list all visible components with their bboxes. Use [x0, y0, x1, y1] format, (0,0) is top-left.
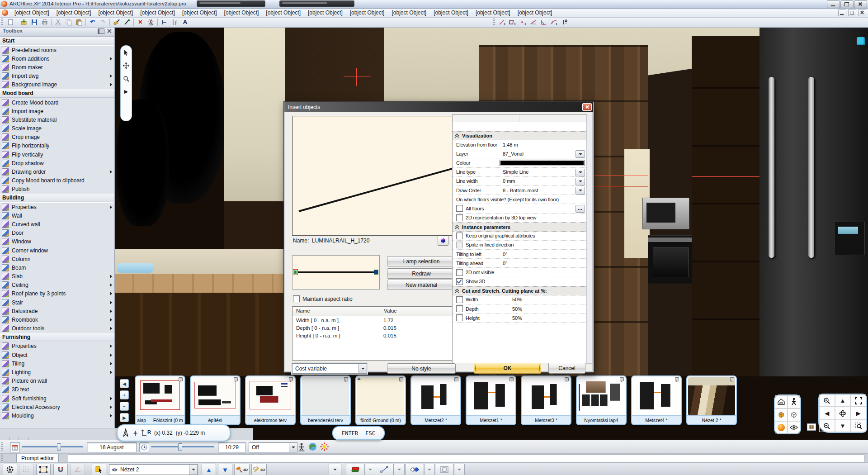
forward-icon[interactable]: ▶	[124, 89, 128, 95]
maintain-aspect-checkbox[interactable]	[293, 295, 300, 302]
pin-icon[interactable]	[620, 377, 624, 381]
layout-grid-icon[interactable]	[807, 423, 816, 431]
drawing-thumbnail[interactable]: Nézet 2 *	[686, 375, 737, 425]
minimize-button[interactable]	[827, 0, 840, 8]
toolbox-item[interactable]: Room maker	[0, 63, 114, 71]
property-row[interactable]: Tilting ahead 0°	[453, 259, 586, 268]
measure-length-icon[interactable]	[497, 18, 507, 26]
format-painter-icon[interactable]	[122, 18, 132, 26]
toolbox-item[interactable]: Drawing order	[0, 167, 114, 176]
property-row[interactable]: 2D not visible	[453, 268, 586, 277]
property-row[interactable]: Keep original graphical attributes	[453, 232, 586, 241]
grid-toggle-icon[interactable]	[19, 464, 33, 475]
globe-icon[interactable]	[308, 442, 317, 452]
toolbox-section-header[interactable]: Furnishing	[0, 333, 114, 342]
pin-icon[interactable]	[98, 28, 104, 34]
mdi-minimize-button[interactable]	[838, 10, 846, 16]
snap-icon[interactable]	[132, 430, 138, 436]
mdi-close-button[interactable]	[858, 10, 866, 16]
calendar-icon[interactable]	[10, 442, 20, 452]
zoom-out-icon[interactable]	[819, 420, 835, 432]
pin-icon[interactable]	[179, 377, 183, 381]
toolbox-section-header[interactable]: Start	[0, 37, 114, 46]
property-row[interactable]: Line width 0 mm	[453, 177, 586, 186]
close-button[interactable]	[854, 0, 867, 8]
toolbox-item[interactable]: Wall	[0, 211, 114, 220]
measure-point-icon[interactable]	[518, 18, 528, 26]
toolbox-item[interactable]: Properties	[0, 342, 114, 351]
pan-icon[interactable]	[123, 62, 129, 70]
cost-variable-select[interactable]: Cost variable	[292, 363, 367, 374]
property-row[interactable]: Depth 50%	[453, 304, 586, 314]
dropdown-button[interactable]	[576, 187, 585, 195]
pan-left-icon[interactable]: ◀	[819, 407, 835, 420]
property-row[interactable]: Layer 87_Vonal	[453, 149, 586, 158]
orbit-icon[interactable]	[835, 407, 851, 420]
menu-item[interactable]: [object Object]	[221, 9, 263, 17]
measure-slope-icon[interactable]	[528, 18, 538, 26]
toolbar-grip[interactable]	[493, 19, 495, 26]
floor-down-icon[interactable]: ▼	[218, 464, 232, 475]
rebuild-3d-icon[interactable]: 3D	[251, 464, 267, 475]
toolbox-item[interactable]: Scale image	[0, 124, 114, 133]
checkbox[interactable]	[456, 233, 463, 239]
property-row[interactable]: Sprite in fixed direction	[453, 241, 586, 250]
property-section-header[interactable]: Instance parameters	[453, 223, 586, 232]
property-row[interactable]: Colour	[453, 158, 586, 167]
chevron-down-icon[interactable]	[424, 464, 435, 475]
drawing-thumbnail[interactable]: Metszet3 *	[521, 375, 571, 425]
toolbox-section-header[interactable]: Mood board	[0, 89, 114, 98]
thumb-remove-button[interactable]: −	[120, 402, 129, 411]
thumb-prev-button[interactable]: ◀	[120, 379, 129, 388]
handle-start[interactable]	[293, 269, 298, 275]
no-style-button[interactable]: No style	[387, 363, 456, 374]
perspective-view-icon[interactable]	[775, 395, 788, 408]
drawing-thumbnail[interactable]: építési	[190, 375, 241, 425]
new-document-icon[interactable]	[5, 18, 15, 26]
view-control-icon[interactable]	[857, 37, 865, 45]
cursor-select-icon[interactable]	[92, 464, 106, 475]
plan-preview[interactable]	[292, 255, 380, 290]
offset-rect-icon[interactable]	[435, 464, 454, 475]
drawing-thumbnail[interactable]: Metszet4 *	[631, 375, 682, 425]
pin-icon[interactable]	[399, 377, 403, 381]
chevron-down-icon[interactable]	[365, 464, 376, 475]
pan-up-icon[interactable]: ▲	[835, 394, 851, 407]
column-header-value[interactable]: Value	[380, 307, 397, 316]
prompt-input[interactable]	[68, 454, 864, 462]
zoom-fit-icon[interactable]	[850, 394, 866, 407]
menu-item[interactable]: [object Object]	[53, 9, 95, 17]
checkbox[interactable]	[456, 305, 463, 312]
object-preview[interactable]	[292, 116, 453, 236]
property-row[interactable]: Height 50%	[453, 314, 586, 323]
table-row[interactable]: Width [ 0 - n.a. m ] 1.72	[292, 316, 453, 324]
menu-item[interactable]: [object Object]	[94, 9, 137, 17]
drawing-thumbnail[interactable]: alap - - Földszint (0 m	[135, 375, 185, 425]
property-section-header[interactable]: Visualization	[453, 131, 586, 140]
zoom-window-icon[interactable]	[850, 420, 866, 432]
toolbox-item[interactable]: Substitute material	[0, 115, 114, 124]
checkbox[interactable]	[456, 214, 463, 221]
paste-icon[interactable]	[74, 18, 84, 26]
3d-cube-button[interactable]	[438, 236, 448, 246]
chevron-down-icon[interactable]	[454, 464, 465, 475]
join-icon[interactable]	[160, 18, 169, 26]
toolbox-item[interactable]: 3D text	[0, 385, 114, 394]
toolbox-item[interactable]: Corner window	[0, 246, 114, 255]
redo-icon[interactable]: ↷	[98, 18, 108, 26]
column-header-name[interactable]: Name	[292, 307, 380, 316]
toolbox-item[interactable]: Flip vertically	[0, 150, 114, 159]
scrollbar[interactable]	[586, 115, 593, 364]
property-row[interactable]: Tilting to left 0°	[453, 250, 586, 259]
toolbox-item[interactable]: Publish	[0, 185, 114, 194]
cut-icon[interactable]	[53, 18, 63, 26]
copy-icon[interactable]	[64, 18, 73, 26]
magnet-snap-icon[interactable]	[53, 464, 68, 475]
menu-item[interactable]: [object Object]	[11, 9, 53, 17]
dropdown-button[interactable]	[576, 150, 585, 158]
enter-button[interactable]: ENTER	[342, 430, 358, 437]
toolbox-item[interactable]: Background image	[0, 81, 114, 89]
delete-icon[interactable]: ×	[136, 18, 145, 26]
maximize-button[interactable]	[840, 0, 854, 8]
thumb-next-button[interactable]: ▶	[120, 413, 129, 422]
